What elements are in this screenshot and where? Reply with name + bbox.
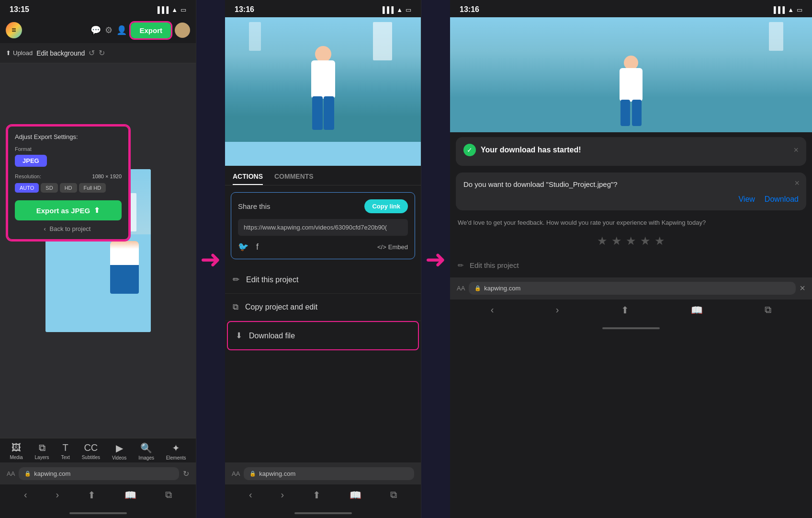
forward-nav-1[interactable]: › [56, 489, 59, 501]
refresh-icon-1[interactable]: ↻ [183, 469, 189, 478]
download-file-action[interactable]: ⬇ Download file [227, 321, 419, 350]
kapwing-logo[interactable]: ≡ [6, 22, 22, 38]
edit-project-action[interactable]: ✏ Edit this project [225, 266, 421, 294]
layers-label: Layers [35, 455, 49, 460]
toolbar-subtitles[interactable]: CC Subtitles [82, 442, 100, 460]
browser-bar-2: AA 🔒 kapwing.com [225, 462, 421, 484]
layers-icon: ⧉ [39, 442, 45, 453]
view-button[interactable]: View [738, 195, 755, 204]
toolbar-media[interactable]: 🖼 Media [10, 442, 23, 460]
dialog-close[interactable]: × [794, 178, 800, 188]
url-bar-2[interactable]: 🔒 kapwing.com [244, 467, 414, 480]
embed-button[interactable]: </> Embed [377, 243, 408, 251]
avatar-1 [175, 23, 190, 38]
download-notification: ✓ Your download has started! × [456, 137, 806, 166]
share-nav-1[interactable]: ⬆ [88, 489, 96, 501]
copy-project-action[interactable]: ⧉ Copy project and edit [225, 294, 421, 321]
subtitles-label: Subtitles [82, 455, 100, 460]
star-rating: ★ ★ ★ ★ ★ [458, 234, 804, 248]
toolbar-videos[interactable]: ▶ Videos [112, 442, 126, 460]
embed-code-icon: </> [377, 243, 386, 251]
header-1: ≡ 💬 ⚙ 👤 Export [0, 17, 196, 43]
res-auto-btn[interactable]: AUTO [15, 183, 39, 193]
bookmark-nav-2[interactable]: 📖 [350, 489, 361, 501]
lock-icon-1: 🔒 [24, 471, 31, 477]
canvas-area-1: Adjust Export Settings: Format JPEG Reso… [0, 63, 196, 438]
url-bar-1[interactable]: 🔒 kapwing.com [19, 467, 179, 480]
edit-project-item-3[interactable]: ✏ Edit this project [450, 253, 812, 277]
status-icons-1: ▐▐▐ ▲ ▭ [155, 6, 186, 13]
export-label: Export as JPEG [36, 207, 90, 215]
back-nav-1[interactable]: ‹ [24, 489, 27, 501]
back-chevron: ‹ [44, 225, 46, 232]
bookmark-nav-3[interactable]: 📖 [691, 304, 703, 316]
tabs-nav-3[interactable]: ⧉ [765, 304, 771, 316]
toolbar-text[interactable]: T Text [61, 442, 69, 460]
upload-icon: ⬆ [6, 49, 11, 57]
tab-comments[interactable]: COMMENTS [274, 166, 314, 185]
signal-icon-3: ▐▐▐ [771, 6, 785, 13]
chat-icon[interactable]: 💬 [90, 25, 101, 35]
back-nav-2[interactable]: ‹ [249, 489, 252, 501]
share-nav-2[interactable]: ⬆ [313, 489, 321, 501]
browser-nav-3: ‹ › ⬆ 📖 ⧉ [450, 299, 812, 323]
elements-icon: ✦ [172, 442, 180, 454]
toolbar-layers[interactable]: ⧉ Layers [35, 442, 49, 460]
star-2[interactable]: ★ [611, 234, 622, 248]
tabs-nav-2[interactable]: ⧉ [390, 489, 397, 501]
forward-nav-3[interactable]: › [556, 304, 559, 316]
toolbar-1: ⬆ Upload Edit background ↺ ↻ [0, 43, 196, 63]
res-sd-btn[interactable]: SD [41, 183, 57, 193]
photo-section-3 [450, 17, 812, 132]
browser-close-3[interactable]: × [800, 283, 805, 294]
redo-icon[interactable]: ↻ [99, 48, 105, 58]
phone-3: 13:16 ▐▐▐ ▲ ▭ ✓ Your download has starte… [450, 0, 812, 518]
star-3[interactable]: ★ [626, 234, 636, 248]
wifi-icon-3: ▲ [788, 6, 794, 13]
bookmark-nav-1[interactable]: 📖 [124, 489, 136, 501]
edit-project-text: Edit this project [246, 276, 298, 284]
back-to-project[interactable]: ‹ Back to project [15, 225, 122, 232]
green-check-icon: ✓ [463, 144, 476, 156]
undo-icon[interactable]: ↺ [89, 48, 95, 58]
notification-close[interactable]: × [793, 145, 799, 155]
feedback-section: We'd love to get your feedback. How woul… [450, 212, 812, 253]
back-nav-3[interactable]: ‹ [491, 304, 494, 316]
url-bar-3[interactable]: 🔒 kapwing.com [469, 282, 796, 295]
home-bar-2 [294, 512, 352, 514]
bottom-toolbar-1: 🖼 Media ⧉ Layers T Text CC Subtitles ▶ V… [0, 438, 196, 462]
toolbar-images[interactable]: 🔍 Images [138, 442, 154, 460]
res-hd-btn[interactable]: HD [60, 183, 77, 193]
export-button[interactable]: Export [131, 23, 171, 38]
tabs-nav-1[interactable]: ⧉ [165, 489, 172, 501]
home-indicator-2 [225, 508, 421, 518]
share-nav-3[interactable]: ⬆ [621, 304, 629, 316]
media-label: Media [10, 455, 23, 460]
copy-link-button[interactable]: Copy link [364, 199, 408, 213]
star-4[interactable]: ★ [640, 234, 651, 248]
status-icons-3: ▐▐▐ ▲ ▭ [771, 6, 802, 13]
browser-bar-3: AA 🔒 kapwing.com × [450, 277, 812, 299]
photo-section-2 [225, 17, 421, 166]
facebook-icon[interactable]: f [256, 242, 259, 252]
edit-bg-btn[interactable]: Edit background [36, 49, 85, 57]
star-5[interactable]: ★ [654, 234, 665, 248]
tab-actions[interactable]: ACTIONS [233, 166, 263, 185]
resolution-buttons: AUTO SD HD Full HD [15, 183, 122, 193]
url-display[interactable]: https://www.kapwing.com/videos/63090cfd7… [238, 219, 408, 236]
star-1[interactable]: ★ [597, 234, 608, 248]
forward-nav-2[interactable]: › [281, 489, 284, 501]
users-icon[interactable]: 👤 [116, 25, 127, 35]
actions-tabs: ACTIONS COMMENTS [225, 166, 421, 185]
format-button[interactable]: JPEG [15, 155, 47, 167]
twitter-icon[interactable]: 🐦 [238, 242, 248, 252]
videos-label: Videos [112, 455, 126, 460]
toolbar-elements[interactable]: ✦ Elements [166, 442, 186, 460]
feedback-text: We'd love to get your feedback. How woul… [458, 218, 804, 228]
download-button[interactable]: Download [765, 195, 799, 204]
settings-icon[interactable]: ⚙ [105, 25, 113, 35]
export-jpeg-button[interactable]: Export as JPEG ⬆ [15, 200, 122, 220]
share-label: Share this [238, 202, 271, 210]
res-fullhd-btn[interactable]: Full HD [79, 183, 106, 193]
upload-btn[interactable]: ⬆ Upload [6, 49, 33, 57]
